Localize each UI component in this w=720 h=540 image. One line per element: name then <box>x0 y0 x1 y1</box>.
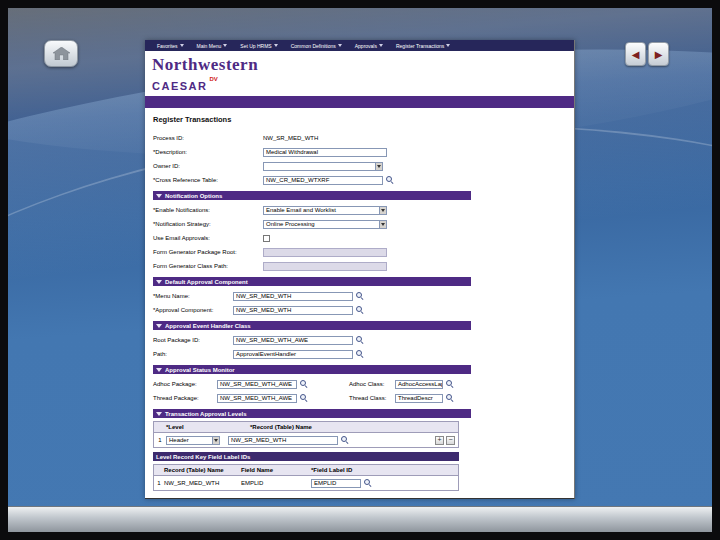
description-field[interactable]: Medical Withdrawal <box>263 148 387 157</box>
section-title: Notification Options <box>165 193 222 199</box>
next-slide-button[interactable]: ▶ <box>648 42 669 66</box>
section-notification-options[interactable]: Notification Options <box>153 191 471 200</box>
adhoc-class-field[interactable]: AdhocAccessLapse <box>395 380 443 389</box>
lookup-icon[interactable] <box>355 305 365 315</box>
adhoc-package-field[interactable]: NW_SR_MED_WTH_AWE <box>217 380 297 389</box>
thread-class-label: Thread Class: <box>349 395 395 401</box>
lookup-icon[interactable] <box>445 393 455 403</box>
field-label-id-field[interactable]: EMPLID <box>311 479 361 488</box>
row-number: 1 <box>154 437 166 443</box>
section-title: Default Approval Component <box>165 279 248 285</box>
lookup-icon[interactable] <box>385 175 395 185</box>
lookup-icon[interactable] <box>363 478 373 488</box>
menu-item-register-transactions[interactable]: Register Transactions <box>396 43 450 49</box>
notification-strategy-value: Online Processing <box>266 221 315 227</box>
menu-item-approvals[interactable]: Approvals <box>355 43 383 49</box>
level-select[interactable]: Header <box>166 436 220 445</box>
record-name-field[interactable]: NW_SR_MED_WTH <box>228 436 338 445</box>
description-label: *Description: <box>153 149 263 155</box>
table-row: 1 NW_SR_MED_WTH EMPLID EMPLID <box>154 476 458 490</box>
lookup-icon[interactable] <box>299 379 309 389</box>
home-button[interactable] <box>44 40 78 67</box>
menu-item-favorites[interactable]: Favorites <box>157 43 184 49</box>
chevron-down-icon <box>214 439 218 442</box>
section-level-record-key-field-label-ids: Level Record Key Field Label IDs <box>153 452 459 461</box>
enable-notifications-select[interactable]: Enable Email and Worklist <box>263 206 387 215</box>
approval-levels-grid: *Level *Record (Table) Name 1 Header NW_… <box>153 421 459 448</box>
page-title: Register Transactions <box>153 115 574 127</box>
approval-component-label: *Approval Component: <box>153 307 233 313</box>
section-transaction-approval-levels[interactable]: Transaction Approval Levels <box>153 409 471 418</box>
dropdown-button[interactable] <box>379 207 386 214</box>
use-email-approvals-row: Use Email Approvals: <box>145 231 574 245</box>
grid-header-row: Record (Table) Name Field Name *Field La… <box>154 465 458 476</box>
menu-item-label: Set Up HRMS <box>240 43 271 49</box>
lookup-icon[interactable] <box>355 291 365 301</box>
chevron-down-icon <box>379 44 383 47</box>
cross-reference-row: *Cross Reference Table: NW_CR_MED_WTXRF <box>145 173 574 187</box>
cross-reference-field[interactable]: NW_CR_MED_WTXRF <box>263 176 383 185</box>
add-row-button[interactable]: + <box>435 436 444 445</box>
use-email-approvals-checkbox[interactable] <box>263 235 270 242</box>
menu-item-label: Common Definitions <box>291 43 336 49</box>
approval-component-field[interactable]: NW_SR_MED_WTH <box>233 306 353 315</box>
dropdown-button[interactable] <box>212 437 219 444</box>
path-field[interactable]: ApprovalEventHandler <box>233 350 353 359</box>
form-generator-class-path-row: Form Generator Class Path: <box>145 259 574 273</box>
brand-header: Northwestern CAESARDV <box>145 51 574 96</box>
previous-slide-button[interactable]: ◀ <box>625 42 646 66</box>
dropdown-button[interactable] <box>375 163 382 170</box>
menu-item-setup-hrms[interactable]: Set Up HRMS <box>240 43 277 49</box>
chevron-down-icon <box>338 44 342 47</box>
thread-row: Thread Package: NW_SR_MED_WTH_AWE Thread… <box>145 391 574 405</box>
lookup-icon[interactable] <box>445 379 455 389</box>
field-label-id-column-header: *Field Label ID <box>311 467 352 473</box>
section-title: Transaction Approval Levels <box>165 411 246 417</box>
form-generator-package-root-field <box>263 248 387 257</box>
university-wordmark: Northwestern <box>152 55 574 74</box>
adhoc-class-label: Adhoc Class: <box>349 381 395 387</box>
enable-notifications-value: Enable Email and Worklist <box>266 207 336 213</box>
enable-notifications-label: *Enable Notifications: <box>153 207 263 213</box>
owner-id-select[interactable] <box>263 162 383 171</box>
thread-class-field[interactable]: ThreadDescr <box>395 394 443 403</box>
form-generator-class-path-field <box>263 262 387 271</box>
lookup-icon[interactable] <box>355 349 365 359</box>
lookup-icon[interactable] <box>355 335 365 345</box>
slide-navigation: ◀ ▶ <box>625 42 669 66</box>
dropdown-button[interactable] <box>379 221 386 228</box>
delete-row-button[interactable]: − <box>446 436 455 445</box>
section-approval-event-handler[interactable]: Approval Event Handler Class <box>153 321 471 330</box>
chevron-down-icon <box>446 44 450 47</box>
menu-item-main-menu[interactable]: Main Menu <box>197 43 228 49</box>
thread-package-field[interactable]: NW_SR_MED_WTH_AWE <box>217 394 297 403</box>
notification-strategy-select[interactable]: Online Processing <box>263 220 387 229</box>
root-package-id-field[interactable]: NW_SR_MED_WTH_AWE <box>233 336 353 345</box>
lookup-icon[interactable] <box>340 435 350 445</box>
app-window: Favorites Main Menu Set Up HRMS Common D… <box>145 40 575 499</box>
menu-item-label: Favorites <box>157 43 178 49</box>
owner-id-row: Owner ID: <box>145 159 574 173</box>
notification-strategy-row: *Notification Strategy: Online Processin… <box>145 217 574 231</box>
slide-footer-bar <box>8 506 712 532</box>
collapse-triangle-icon <box>156 194 162 198</box>
app-name: CAESAR <box>152 80 207 92</box>
enable-notifications-row: *Enable Notifications: Enable Email and … <box>145 203 574 217</box>
grid-title: Level Record Key Field Label IDs <box>156 454 250 460</box>
menu-name-field[interactable]: NW_SR_MED_WTH <box>233 292 353 301</box>
table-row: 1 Header NW_SR_MED_WTH + − <box>154 433 458 447</box>
notification-strategy-label: *Notification Strategy: <box>153 221 263 227</box>
menu-item-common-definitions[interactable]: Common Definitions <box>291 43 342 49</box>
form-generator-package-root-label: Form Generator Package Root: <box>153 249 263 255</box>
record-name-value: NW_SR_MED_WTH <box>164 480 241 486</box>
section-default-approval-component[interactable]: Default Approval Component <box>153 277 471 286</box>
process-id-value: NW_SR_MED_WTH <box>263 135 318 141</box>
section-approval-status-monitor[interactable]: Approval Status Monitor <box>153 365 471 374</box>
description-row: *Description: Medical Withdrawal <box>145 145 574 159</box>
section-title: Approval Event Handler Class <box>165 323 251 329</box>
lookup-icon[interactable] <box>299 393 309 403</box>
collapse-triangle-icon <box>156 324 162 328</box>
chevron-down-icon <box>381 223 385 226</box>
menu-name-row: *Menu Name: NW_SR_MED_WTH <box>145 289 574 303</box>
menu-item-label: Approvals <box>355 43 377 49</box>
